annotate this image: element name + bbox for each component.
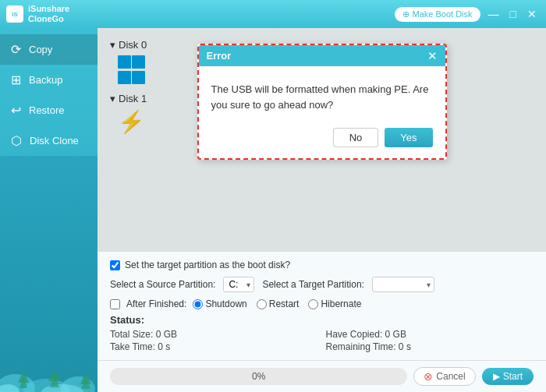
make-boot-disk-button[interactable]: ⊕ Make Boot Disk [395,7,480,22]
modal-footer: No Yes [199,122,445,158]
take-time-label: Take Time: 0 s [110,341,318,352]
partition-row: Select a Source Partition: C: Select a T… [110,277,534,292]
modal-no-button[interactable]: No [333,128,379,147]
main-layout: ⟳ Copy ⊞ Backup ↩ Restore ⬡ Disk Clone [0,28,546,392]
radio-hibernate-input[interactable] [308,299,318,309]
sidebar-item-copy-label: Copy [29,44,52,55]
title-bar-controls: ⊕ Make Boot Disk — □ ✕ [395,7,540,22]
content-area: ▾ Disk 0 ▾ Disk [98,28,546,392]
source-partition-select[interactable]: C: [223,277,254,292]
progress-bar-wrap: 0% [110,368,407,385]
target-partition-label: Select a Target Partition: [262,279,364,290]
sidebar-item-backup-label: Backup [29,74,62,86]
start-label: Start [503,371,523,382]
disk-clone-icon: ⬡ [11,133,22,148]
progress-row: 0% ⊗ Cancel ▶ Start [98,360,546,392]
status-section: Status: Total Size: 0 GB Have Copied: 0 … [110,314,534,352]
status-title: Status: [110,314,534,326]
cancel-icon: ⊗ [424,370,433,383]
target-partition-wrapper [372,277,434,292]
after-finished-row: After Finished: Shutdown Restart Hibe [110,298,534,309]
set-target-checkbox[interactable] [110,260,120,270]
modal-overlay: Error ✕ The USB will be formatted when m… [98,28,546,251]
radio-shutdown-label: Shutdown [205,298,246,309]
progress-label: 0% [110,368,407,385]
sidebar-item-restore[interactable]: ↩ Restore [0,95,98,125]
source-partition-wrapper: C: [223,277,254,292]
status-grid: Total Size: 0 GB Have Copied: 0 GB Take … [110,329,534,352]
disk-area: ▾ Disk 0 ▾ Disk [98,28,546,251]
sidebar: ⟳ Copy ⊞ Backup ↩ Restore ⬡ Disk Clone [0,28,98,392]
radio-shutdown-input[interactable] [193,299,203,309]
maximize-button[interactable]: □ [507,8,519,20]
logo-icon: iS [6,5,23,23]
after-finished-options: Shutdown Restart Hibernate [193,298,361,309]
svg-marker-8 [48,369,61,381]
radio-restart-input[interactable] [257,299,267,309]
start-icon: ▶ [493,371,500,382]
title-bar: iS iSunshare CloneGo ⊕ Make Boot Disk — … [0,0,546,28]
have-copied-label: Have Copied: 0 GB [326,329,534,340]
copy-icon: ⟳ [11,42,21,57]
radio-shutdown[interactable]: Shutdown [193,298,246,309]
total-size-label: Total Size: 0 GB [110,329,318,340]
radio-hibernate-label: Hibernate [321,298,361,309]
close-button[interactable]: ✕ [524,8,540,20]
radio-restart[interactable]: Restart [257,298,300,309]
modal-close-button[interactable]: ✕ [427,50,438,62]
start-button[interactable]: ▶ Start [482,368,534,385]
modal-message: The USB will be formatted when making PE… [211,83,429,111]
cancel-label: Cancel [436,371,465,382]
sidebar-item-restore-label: Restore [29,104,65,116]
modal-yes-button[interactable]: Yes [385,128,432,147]
app-title: iSunshare CloneGo [28,4,69,24]
remaining-time-label: Remaining Time: 0 s [326,341,534,352]
minimize-button[interactable]: — [485,8,502,20]
sidebar-item-backup[interactable]: ⊞ Backup [0,65,98,95]
sidebar-item-disk-clone[interactable]: ⬡ Disk Clone [0,125,98,156]
set-target-label: Set the target partition as the boot dis… [125,260,290,270]
bottom-panel: Set the target partition as the boot dis… [98,251,546,360]
radio-hibernate[interactable]: Hibernate [308,298,361,309]
error-modal: Error ✕ The USB will be formatted when m… [197,44,447,160]
modal-body: The USB will be formatted when making PE… [199,66,445,122]
set-target-row: Set the target partition as the boot dis… [110,260,534,270]
app-window: iS iSunshare CloneGo ⊕ Make Boot Disk — … [0,0,546,392]
after-finished-checkbox[interactable] [110,299,120,309]
app-logo: iS iSunshare CloneGo [6,4,69,24]
sidebar-item-disk-clone-label: Disk Clone [30,135,79,147]
restore-icon: ↩ [11,103,21,118]
backup-icon: ⊞ [11,72,21,87]
target-partition-select[interactable] [372,277,434,292]
modal-title: Error [207,50,232,62]
after-finished-label: After Finished: [126,298,186,309]
cancel-button[interactable]: ⊗ Cancel [413,367,475,386]
source-partition-label: Select a Source Partition: [110,279,215,290]
modal-header: Error ✕ [199,45,445,66]
sidebar-decoration [0,156,98,392]
sidebar-item-copy[interactable]: ⟳ Copy [0,34,98,65]
radio-restart-label: Restart [269,298,300,309]
cloud-svg [0,345,98,392]
